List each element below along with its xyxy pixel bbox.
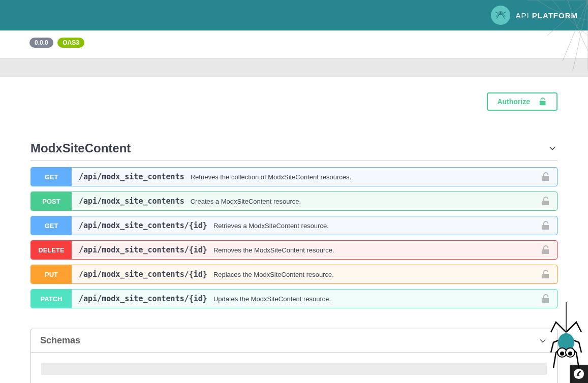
operation-description: Creates a ModxSiteContent resource. (191, 198, 301, 205)
app-header: API API PLATFORMPLATFORM (0, 0, 588, 30)
method-badge: PUT (31, 265, 72, 283)
operation-body: /api/modx_site_contentsCreates a ModxSit… (72, 192, 541, 210)
operation-row-put-4[interactable]: PUT/api/modx_site_contents/{id}Replaces … (30, 265, 558, 284)
operation-body: /api/modx_site_contents/{id}Removes the … (72, 241, 541, 259)
operation-description: Retrieves the collection of ModxSiteCont… (191, 173, 352, 181)
method-badge: GET (31, 216, 72, 235)
operation-row-post-1[interactable]: POST/api/modx_site_contentsCreates a Mod… (30, 192, 558, 211)
operation-path: /api/modx_site_contents (79, 172, 184, 181)
authorize-label: Authorize (497, 98, 530, 106)
operation-description: Retrieves a ModxSiteContent resource. (213, 222, 329, 230)
svg-point-0 (499, 11, 503, 15)
operation-row-get-2[interactable]: GET/api/modx_site_contents/{id}Retrieves… (30, 216, 558, 235)
operation-path: /api/modx_site_contents/{id} (79, 294, 207, 303)
svg-point-2 (501, 13, 502, 14)
resource-section-header[interactable]: ModxSiteContent (30, 136, 558, 161)
auth-section: Authorize (0, 77, 588, 126)
method-badge: PATCH (31, 290, 72, 308)
lock-icon[interactable] (541, 196, 551, 206)
version-bar: 0.0.0 OAS3 (0, 30, 588, 58)
lock-icon[interactable] (541, 269, 551, 279)
operation-body: /api/modx_site_contents/{id}Replaces the… (72, 265, 541, 283)
operation-path: /api/modx_site_contents/{id} (79, 245, 207, 254)
operation-row-delete-3[interactable]: DELETE/api/modx_site_contents/{id}Remove… (30, 240, 558, 260)
chevron-down-icon (547, 143, 558, 153)
symfony-toolbar-button[interactable] (570, 365, 588, 383)
lock-icon[interactable] (541, 245, 551, 255)
schemas-title: Schemas (40, 335, 80, 346)
lock-icon[interactable] (541, 172, 551, 182)
spider-logo-icon (491, 6, 510, 25)
schemas-body (30, 353, 558, 383)
operation-row-patch-5[interactable]: PATCH/api/modx_site_contents/{id}Updates… (30, 289, 558, 308)
operation-body: /api/modx_site_contents/{id}Updates the … (72, 290, 541, 308)
brand-name: API API PLATFORMPLATFORM (515, 11, 578, 20)
brand-logo: API API PLATFORMPLATFORM (491, 6, 578, 25)
resource-title: ModxSiteContent (30, 141, 131, 155)
method-badge: POST (31, 192, 72, 210)
operation-description: Removes the ModxSiteContent resource. (213, 246, 334, 254)
operation-body: /api/modx_site_contents/{id}Retrieves a … (72, 216, 541, 235)
chevron-down-icon (538, 336, 548, 346)
version-badge: 0.0.0 (29, 38, 53, 48)
operation-row-get-0[interactable]: GET/api/modx_site_contentsRetrieves the … (30, 167, 558, 186)
lock-icon[interactable] (541, 294, 551, 304)
unlock-icon (538, 97, 547, 106)
svg-point-1 (500, 13, 501, 14)
operation-description: Updates the ModxSiteContent resource. (213, 295, 331, 303)
operation-body: /api/modx_site_contentsRetrieves the col… (72, 168, 541, 186)
symfony-icon (573, 368, 584, 379)
schemas-section: Schemas (30, 329, 558, 383)
operation-description: Replaces the ModxSiteContent resource. (213, 271, 334, 278)
operation-path: /api/modx_site_contents (79, 197, 184, 206)
lock-icon[interactable] (541, 220, 551, 231)
oas-badge: OAS3 (57, 38, 84, 48)
schemas-header[interactable]: Schemas (30, 329, 558, 353)
operation-path: /api/modx_site_contents/{id} (79, 270, 207, 279)
divider-strip (0, 58, 588, 77)
schema-item-placeholder[interactable] (41, 363, 547, 375)
authorize-button[interactable]: Authorize (487, 92, 558, 111)
operations-list: GET/api/modx_site_contentsRetrieves the … (30, 167, 558, 308)
method-badge: GET (31, 168, 72, 186)
method-badge: DELETE (31, 241, 72, 259)
operation-path: /api/modx_site_contents/{id} (79, 221, 207, 230)
